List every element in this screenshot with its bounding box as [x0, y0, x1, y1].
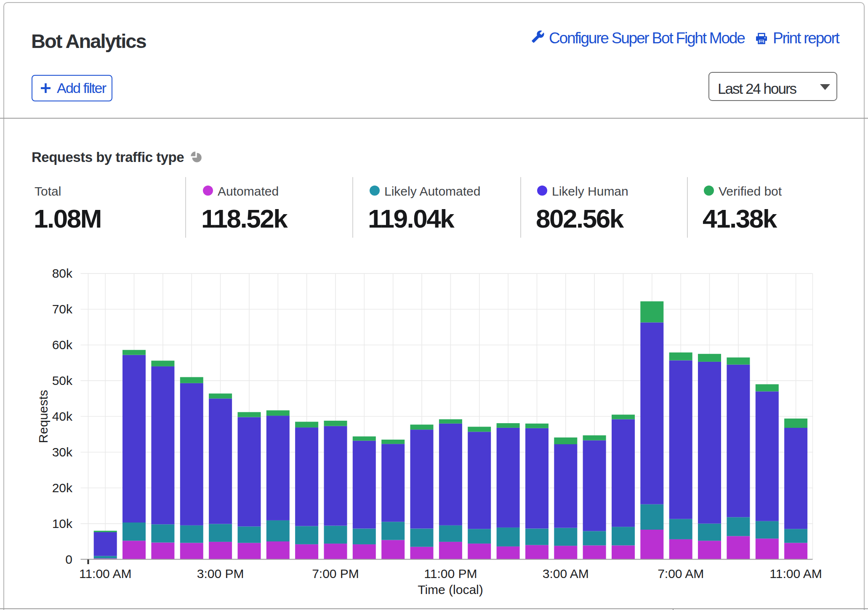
svg-text:80k: 80k: [52, 266, 73, 280]
svg-text:30k: 30k: [52, 445, 73, 459]
svg-text:3:00 AM: 3:00 AM: [543, 567, 589, 581]
svg-text:7:00 PM: 7:00 PM: [312, 567, 359, 581]
svg-text:3:00 PM: 3:00 PM: [197, 567, 244, 581]
svg-text:60k: 60k: [52, 338, 73, 352]
svg-text:40k: 40k: [52, 409, 73, 423]
svg-text:Time (local): Time (local): [418, 583, 483, 597]
svg-text:10k: 10k: [52, 517, 73, 530]
svg-text:20k: 20k: [52, 481, 73, 495]
svg-text:70k: 70k: [52, 302, 73, 316]
svg-text:7:00 AM: 7:00 AM: [658, 567, 704, 581]
svg-text:0: 0: [65, 552, 72, 566]
svg-text:11:00 AM: 11:00 AM: [769, 567, 822, 581]
svg-text:11:00 AM: 11:00 AM: [79, 567, 132, 581]
svg-text:50k: 50k: [52, 374, 73, 387]
svg-text:11:00 PM: 11:00 PM: [424, 567, 477, 581]
svg-text:Requests: Requests: [36, 390, 50, 443]
